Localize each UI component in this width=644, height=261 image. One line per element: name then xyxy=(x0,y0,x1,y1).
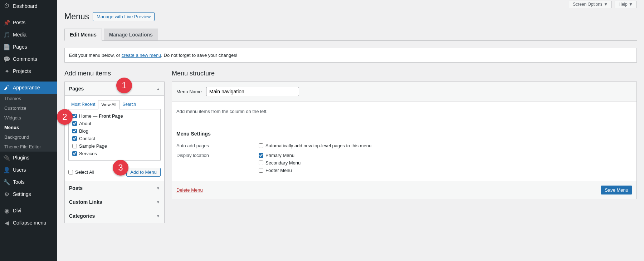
sidebar-item-posts[interactable]: 📌Posts xyxy=(0,16,57,29)
brush-icon: 🖌 xyxy=(4,84,10,91)
sidebar-item-users[interactable]: 👤Users xyxy=(0,164,57,176)
page-checkbox[interactable] xyxy=(72,129,77,133)
comments-icon: 💬 xyxy=(4,56,10,62)
page-checkbox[interactable] xyxy=(72,114,77,118)
media-icon: 🎵 xyxy=(4,31,10,38)
tab-edit-menus[interactable]: Edit Menus xyxy=(64,29,102,41)
plugin-icon: 🔌 xyxy=(4,154,10,161)
auto-add-label: Auto add pages xyxy=(176,143,259,148)
menu-name-label: Menu Name xyxy=(176,89,202,94)
dashboard-icon: ⏱ xyxy=(4,3,10,9)
main-content: Screen Options ▼ Help ▼ Menus Manage wit… xyxy=(57,0,644,261)
sidebar-item-settings[interactable]: ⚙Settings xyxy=(0,188,57,200)
location-primary[interactable]: Primary Menu xyxy=(259,153,301,158)
menu-settings-heading: Menu Settings xyxy=(176,131,632,137)
sidebar-collapse[interactable]: ◀Collapse menu xyxy=(0,217,57,229)
add-items-heading: Add menu items xyxy=(64,70,165,77)
submenu-menus[interactable]: Menus xyxy=(0,123,57,132)
page-row[interactable]: Sample Page xyxy=(72,142,157,150)
callout-badge-1: 1 xyxy=(116,78,132,93)
menu-panel: Menu Name Add menu items from the column… xyxy=(172,82,637,199)
posts-accordion: Posts▼ xyxy=(64,181,165,195)
pages-accordion: 1 2 Pages▲ Most Recent View All Search H… xyxy=(64,82,165,181)
screen-options-button[interactable]: Screen Options ▼ xyxy=(569,1,612,8)
nav-tabs: Edit Menus Manage Locations xyxy=(64,29,637,41)
location-checkbox[interactable] xyxy=(259,161,263,165)
categories-accordion: Categories▼ xyxy=(64,209,165,223)
location-checkbox[interactable] xyxy=(259,153,263,158)
display-location-label: Display location xyxy=(176,153,259,173)
select-all[interactable]: Select All xyxy=(68,169,94,175)
user-icon: 👤 xyxy=(4,167,10,173)
page-row[interactable]: Services xyxy=(72,150,157,157)
sidebar-item-comments[interactable]: 💬Comments xyxy=(0,53,57,65)
sidebar-item-pages[interactable]: 📄Pages xyxy=(0,41,57,53)
delete-menu-link[interactable]: Delete Menu xyxy=(176,187,203,193)
categories-accordion-header[interactable]: Categories▼ xyxy=(65,209,164,223)
menu-name-input[interactable] xyxy=(206,87,299,96)
pin-icon: 📌 xyxy=(4,19,10,26)
page-checkbox[interactable] xyxy=(72,136,77,141)
caret-down-icon: ▼ xyxy=(156,214,160,218)
sidebar-item-plugins[interactable]: 🔌Plugins xyxy=(0,152,57,164)
pages-accordion-header[interactable]: Pages▲ xyxy=(65,82,164,96)
divi-icon: ◉ xyxy=(4,207,10,214)
caret-down-icon: ▼ xyxy=(156,186,160,190)
appearance-submenu: Themes Customize Widgets Menus Backgroun… xyxy=(0,94,57,152)
pages-list: Home — Front Page About Blog Contact Sam… xyxy=(68,109,161,161)
sidebar-item-dashboard[interactable]: ⏱Dashboard xyxy=(0,0,57,12)
page-checkbox[interactable] xyxy=(72,121,77,126)
wrench-icon: 🔧 xyxy=(4,179,10,185)
projects-icon: ✦ xyxy=(4,68,10,74)
select-all-checkbox[interactable] xyxy=(68,170,73,174)
page-row[interactable]: About xyxy=(72,120,157,127)
help-button[interactable]: Help ▼ xyxy=(615,1,637,8)
inner-tab-search[interactable]: Search xyxy=(119,100,139,109)
admin-sidebar: ⏱Dashboard 📌Posts 🎵Media 📄Pages 💬Comment… xyxy=(0,0,57,261)
page-checkbox[interactable] xyxy=(72,144,77,148)
location-footer[interactable]: Footer Menu xyxy=(259,168,301,173)
custom-links-accordion: Custom Links▼ xyxy=(64,195,165,209)
submenu-themes[interactable]: Themes xyxy=(0,94,57,103)
menu-body-hint: Add menu items from the column on the le… xyxy=(172,102,636,125)
page-title: Menus xyxy=(64,12,89,21)
caret-down-icon: ▼ xyxy=(156,200,160,204)
save-menu-button[interactable]: Save Menu xyxy=(601,186,632,194)
sidebar-item-appearance[interactable]: 🖌Appearance xyxy=(0,82,57,94)
pages-icon: 📄 xyxy=(4,44,10,50)
custom-links-accordion-header[interactable]: Custom Links▼ xyxy=(65,195,164,209)
auto-add-option[interactable]: Automatically add new top-level pages to… xyxy=(259,143,371,148)
location-checkbox[interactable] xyxy=(259,168,263,173)
collapse-icon: ◀ xyxy=(4,220,10,226)
sidebar-item-divi[interactable]: ◉Divi xyxy=(0,205,57,217)
sidebar-item-projects[interactable]: ✦Projects xyxy=(0,65,57,77)
menu-structure-heading: Menu structure xyxy=(172,70,637,77)
submenu-theme-editor[interactable]: Theme File Editor xyxy=(0,142,57,152)
posts-accordion-header[interactable]: Posts▼ xyxy=(65,181,164,195)
auto-add-checkbox[interactable] xyxy=(259,143,263,148)
caret-up-icon: ▲ xyxy=(156,87,160,91)
page-row[interactable]: Blog xyxy=(72,127,157,135)
add-to-menu-button[interactable]: Add to Menu xyxy=(126,168,161,177)
inner-tab-recent[interactable]: Most Recent xyxy=(68,100,98,109)
page-row[interactable]: Home — Front Page xyxy=(72,112,157,120)
live-preview-button[interactable]: Manage with Live Preview xyxy=(93,12,155,21)
page-row[interactable]: Contact xyxy=(72,135,157,142)
info-notice: Edit your menu below, or create a new me… xyxy=(64,48,637,63)
location-secondary[interactable]: Secondary Menu xyxy=(259,160,301,166)
callout-badge-3: 3 xyxy=(113,160,128,176)
create-menu-link[interactable]: create a new menu xyxy=(122,53,161,58)
submenu-customize[interactable]: Customize xyxy=(0,103,57,113)
callout-badge-2: 2 xyxy=(57,109,73,125)
settings-icon: ⚙ xyxy=(4,191,10,197)
submenu-background[interactable]: Background xyxy=(0,132,57,142)
sidebar-item-media[interactable]: 🎵Media xyxy=(0,29,57,41)
sidebar-item-tools[interactable]: 🔧Tools xyxy=(0,176,57,188)
tab-manage-locations[interactable]: Manage Locations xyxy=(104,29,158,40)
page-checkbox[interactable] xyxy=(72,151,77,156)
inner-tab-view-all[interactable]: View All xyxy=(98,100,119,109)
submenu-widgets[interactable]: Widgets xyxy=(0,113,57,123)
